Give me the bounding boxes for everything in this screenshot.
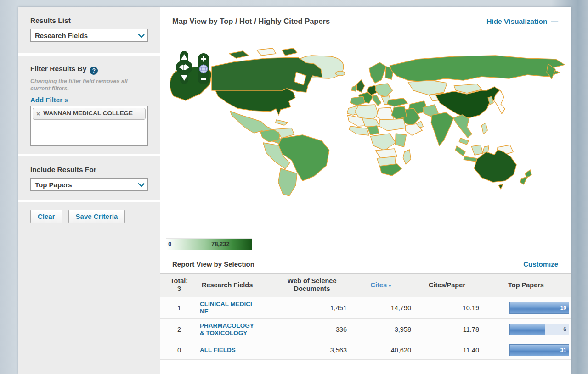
sort-descending-icon: ▾ — [389, 283, 391, 288]
cites-per-paper-cell: 11.78 — [413, 319, 481, 341]
docs-cell: 336 — [275, 319, 349, 341]
filter-panel: Filter Results By? Changing the filter f… — [18, 56, 160, 154]
sidebar: Results List Research Fields Filter Resu… — [18, 7, 160, 374]
remove-filter-icon[interactable]: × — [36, 110, 40, 117]
field-link[interactable]: CLINICAL MEDICINE — [200, 301, 255, 315]
rank-cell: 1 — [160, 297, 198, 318]
region-canada — [212, 48, 322, 92]
rank-cell: 0 — [160, 341, 198, 359]
chevron-down-icon — [138, 31, 145, 38]
add-filter-link[interactable]: Add Filter » — [30, 96, 68, 104]
help-icon[interactable]: ? — [90, 67, 98, 75]
cites-cell: 3,958 — [349, 319, 413, 341]
map-visualization: 0 78,232 — [160, 36, 571, 255]
report-table: Total:3 Research Fields Web of ScienceDo… — [160, 274, 571, 360]
results-list-selected-value: Research Fields — [35, 32, 88, 39]
docs-cell: 1,451 — [275, 297, 349, 318]
actions-panel: Clear Save Criteria — [18, 202, 160, 374]
cites-cell: 40,620 — [349, 341, 413, 359]
rank-cell: 2 — [160, 319, 198, 341]
column-research-fields: Research Fields — [198, 274, 275, 297]
region-europe — [351, 62, 394, 106]
include-results-select[interactable]: Top Papers — [30, 178, 148, 191]
include-results-selected-value: Top Papers — [35, 181, 72, 189]
report-title: Report View by Selection — [172, 260, 254, 268]
active-filters-listbox: × WANNAN MEDICAL COLLEGE — [30, 106, 148, 146]
results-list-select[interactable]: Research Fields — [30, 29, 148, 42]
filter-note: Changing the filter field removes all cu… — [30, 78, 148, 92]
filter-chip: × WANNAN MEDICAL COLLEGE — [33, 108, 146, 120]
region-south-america — [260, 128, 329, 196]
save-criteria-button[interactable]: Save Criteria — [68, 210, 125, 223]
table-header-row: Total:3 Research Fields Web of ScienceDo… — [160, 274, 571, 297]
map-controls — [175, 49, 210, 87]
column-top-papers: Top Papers — [481, 274, 571, 297]
cites-per-paper-cell: 10.19 — [413, 297, 481, 318]
map-title: Map View by Top / Hot / Highly Cited Pap… — [172, 17, 330, 26]
results-list-panel: Results List Research Fields — [18, 7, 160, 53]
map-legend: 0 78,232 — [166, 238, 252, 250]
column-cites-sort[interactable]: Cites ▾ — [349, 274, 413, 297]
field-link[interactable]: ALL FIELDS — [200, 346, 255, 354]
hide-visualization-link[interactable]: Hide Visualization— — [486, 17, 558, 26]
cites-per-paper-cell: 11.40 — [413, 341, 481, 359]
world-map[interactable] — [160, 36, 571, 255]
field-cell: CLINICAL MEDICINE — [198, 297, 275, 318]
column-total: Total:3 — [160, 274, 198, 297]
docs-cell: 3,563 — [275, 341, 349, 359]
content-card: Results List Research Fields Filter Resu… — [18, 7, 571, 374]
map-header: Map View by Top / Hot / Highly Cited Pap… — [160, 7, 571, 36]
cites-cell: 14,790 — [349, 297, 413, 318]
region-russia — [390, 56, 565, 82]
region-iceland — [336, 71, 345, 76]
legend-min-value: 0 — [168, 240, 171, 247]
field-cell: ALL FIELDS — [198, 341, 275, 359]
top-papers-bar[interactable]: 31 — [509, 344, 569, 356]
filter-title: Filter Results By — [30, 65, 86, 73]
region-usa — [215, 89, 295, 115]
region-australia — [474, 150, 516, 189]
include-results-panel: Include Results For Top Papers — [18, 156, 160, 200]
table-row: 2 PHARMACOLOGY & TOXICOLOGY 336 3,958 11… — [160, 319, 571, 341]
pan-control[interactable] — [175, 50, 193, 85]
column-cites-per-paper: Cites/Paper — [413, 274, 481, 297]
field-cell: PHARMACOLOGY & TOXICOLOGY — [198, 319, 275, 341]
include-results-label: Include Results For — [30, 166, 148, 174]
zoom-out-icon — [201, 78, 206, 80]
globe-icon — [199, 65, 208, 73]
top-papers-cell: 6 — [481, 319, 571, 341]
results-list-label: Results List — [30, 17, 148, 25]
minus-icon: — — [551, 17, 559, 25]
table-row: 1 CLINICAL MEDICINE 1,451 14,790 10.19 1… — [160, 297, 571, 318]
report-header: Report View by Selection Customize — [160, 255, 571, 274]
region-new-zealand — [520, 170, 531, 184]
top-papers-cell: 31 — [481, 341, 571, 359]
table-row: 0 ALL FIELDS 3,563 40,620 11.40 31 — [160, 341, 571, 359]
region-india — [431, 112, 453, 146]
chevron-down-icon — [138, 180, 145, 187]
legend-max-value: 78,232 — [211, 240, 230, 247]
filter-chip-label: WANNAN MEDICAL COLLEGE — [43, 110, 133, 117]
customize-link[interactable]: Customize — [523, 260, 558, 268]
top-papers-bar[interactable]: 10 — [509, 302, 569, 314]
field-link[interactable]: PHARMACOLOGY & TOXICOLOGY — [200, 322, 255, 337]
zoom-control[interactable] — [197, 53, 210, 85]
top-papers-cell: 10 — [481, 297, 571, 318]
main-content: Map View by Top / Hot / Highly Cited Pap… — [160, 7, 571, 374]
clear-button[interactable]: Clear — [30, 210, 62, 223]
top-papers-bar[interactable]: 6 — [509, 324, 569, 335]
column-wos-documents: Web of ScienceDocuments — [275, 274, 349, 297]
